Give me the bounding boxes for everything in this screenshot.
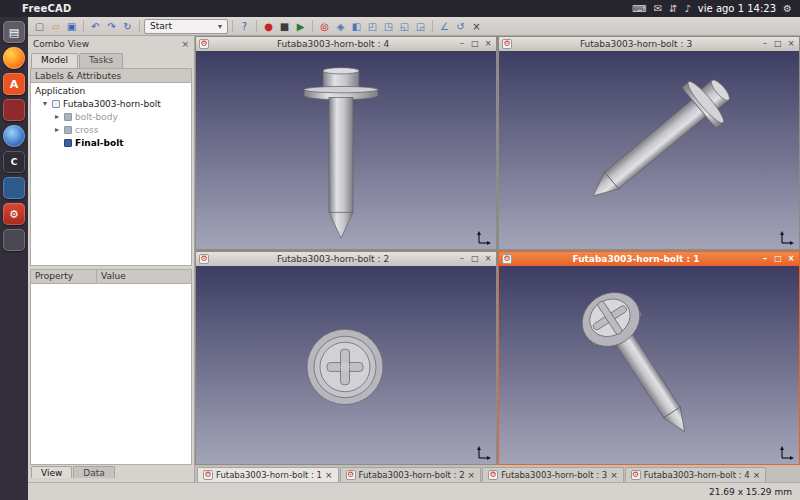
keyboard-indicator-icon[interactable]: ⌨: [632, 0, 646, 17]
combo-view-panel: Combo View × Model Tasks Labels & Attrib…: [28, 36, 195, 482]
doc-tab-4[interactable]: ⚙ Futaba3003-horn-bolt : 4 ×: [625, 467, 767, 482]
maximize-icon[interactable]: □: [470, 38, 480, 50]
view-bottom-icon[interactable]: ◲: [413, 19, 428, 34]
freecad-icon: ⚙: [488, 470, 498, 480]
viewport-titlebar[interactable]: ⚙ Futaba3003-horn-bolt : 1 – □ ×: [499, 252, 799, 266]
unity-launcher: ▤ A C ⚙: [0, 17, 28, 500]
tab-close-icon[interactable]: ×: [468, 470, 476, 480]
launcher-item-freecad-icon[interactable]: ⚙: [3, 203, 25, 225]
network-indicator-icon[interactable]: ⇵: [669, 0, 677, 17]
doc-tab-label: Futaba3003-horn-bolt : 2: [359, 470, 465, 480]
doc-tab-2[interactable]: ⚙ Futaba3003-horn-bolt : 2 ×: [340, 467, 482, 482]
macro-execute-icon[interactable]: ▶: [293, 19, 308, 34]
viewport-window-3: ⚙ Futaba3003-horn-bolt : 3 – □ ×: [498, 36, 800, 250]
viewport-titlebar[interactable]: ⚙ Futaba3003-horn-bolt : 2 – □ ×: [196, 252, 496, 266]
viewport-3d-canvas[interactable]: [196, 51, 496, 249]
expander-expanded-icon[interactable]: ▾: [41, 99, 49, 108]
undo-icon[interactable]: ↶: [88, 19, 103, 34]
clock[interactable]: vie ago 1 14:23: [698, 3, 776, 14]
maximize-icon[interactable]: □: [773, 253, 783, 265]
viewport-3d-canvas[interactable]: [499, 51, 799, 249]
view-fit-icon[interactable]: ◎: [317, 19, 332, 34]
launcher-item-media-icon[interactable]: [3, 99, 25, 121]
status-bar: 21.69 x 15.29 mm: [28, 482, 800, 500]
freecad-icon: ⚙: [502, 254, 512, 264]
tab-model[interactable]: Model: [31, 53, 78, 68]
doc-tab-1[interactable]: ⚙ Futaba3003-horn-bolt : 1 ×: [197, 467, 339, 482]
launcher-item-firefox-icon[interactable]: [3, 47, 25, 69]
close-icon[interactable]: ×: [483, 253, 493, 265]
close-icon[interactable]: ×: [786, 38, 796, 50]
launcher-item-terminal-icon[interactable]: C: [3, 151, 25, 173]
freecad-icon: ⚙: [346, 470, 356, 480]
launcher-item-editor-icon[interactable]: A: [3, 73, 25, 95]
viewport-window-1: ⚙ Futaba3003-horn-bolt : 1 – □ ×: [498, 251, 800, 465]
expander-collapsed-icon[interactable]: ▸: [53, 112, 61, 121]
tab-close-icon[interactable]: ×: [753, 470, 761, 480]
toolbar-separator: [232, 20, 233, 32]
view-top-icon[interactable]: ◰: [365, 19, 380, 34]
tree-item-cross[interactable]: ▸ cross: [31, 123, 191, 136]
tree-item-document[interactable]: ▾ Futaba3003-horn-bolt: [31, 97, 191, 110]
rotate-left-icon[interactable]: ↺: [453, 19, 468, 34]
view-front-icon[interactable]: ◧: [349, 19, 364, 34]
axis-indicator-icon: [477, 446, 491, 460]
viewport-3d-canvas[interactable]: [196, 266, 496, 464]
mdi-column: ⚙ Futaba3003-horn-bolt : 4 – □ ×: [195, 36, 800, 482]
minimize-icon[interactable]: –: [760, 38, 770, 50]
toolbar: ▢ ▱ ▣ ↶ ↷ ↻ Start ▾ ? ● ■ ▶ ◎: [28, 17, 800, 36]
maximize-icon[interactable]: □: [773, 38, 783, 50]
viewport-title: Futaba3003-horn-bolt : 3: [515, 39, 757, 49]
minimize-icon[interactable]: –: [457, 253, 467, 265]
folder-open-icon[interactable]: ▱: [48, 19, 63, 34]
tab-close-icon[interactable]: ×: [325, 470, 333, 480]
sound-indicator-icon[interactable]: ♪: [684, 0, 690, 17]
tab-close-icon[interactable]: ×: [610, 470, 618, 480]
expander-collapsed-icon[interactable]: ▸: [53, 125, 61, 134]
workbench-selector[interactable]: Start ▾: [144, 19, 228, 34]
session-menu-icon[interactable]: ⚙: [783, 0, 792, 17]
file-new-icon[interactable]: ▢: [32, 19, 47, 34]
close-view-icon[interactable]: ×: [469, 19, 484, 34]
launcher-item-browser-icon[interactable]: [3, 125, 25, 147]
doc-tab-label: Futaba3003-horn-bolt : 1: [216, 470, 322, 480]
toolbar-separator: [83, 20, 84, 32]
refresh-icon[interactable]: ↻: [120, 19, 135, 34]
launcher-item-ide-icon[interactable]: [3, 177, 25, 199]
measure-icon[interactable]: ∠: [437, 19, 452, 34]
minimize-icon[interactable]: –: [760, 253, 770, 265]
view-right-icon[interactable]: ◳: [381, 19, 396, 34]
close-icon[interactable]: ×: [483, 38, 493, 50]
dock-close-icon[interactable]: ×: [181, 39, 189, 49]
launcher-item-utility-icon[interactable]: [3, 229, 25, 251]
macro-stop-icon[interactable]: ■: [277, 19, 292, 34]
tab-data[interactable]: Data: [73, 466, 115, 478]
axis-indicator-icon: [780, 446, 794, 460]
bolt-iso-view: [499, 51, 799, 249]
viewport-titlebar[interactable]: ⚙ Futaba3003-horn-bolt : 4 – □ ×: [196, 37, 496, 51]
mdi-area: ⚙ Futaba3003-horn-bolt : 4 – □ ×: [195, 36, 800, 465]
tree-root-application[interactable]: Application: [31, 84, 191, 97]
message-indicator-icon[interactable]: ✉: [654, 0, 662, 17]
dimensions-readout: 21.69 x 15.29 mm: [709, 487, 792, 497]
tab-tasks[interactable]: Tasks: [79, 53, 123, 68]
bolt-front-view: [196, 51, 496, 249]
tree-item-final-bolt[interactable]: Final-bolt: [31, 136, 191, 149]
viewport-3d-canvas[interactable]: [499, 266, 799, 464]
redo-icon[interactable]: ↷: [104, 19, 119, 34]
view-rear-icon[interactable]: ◱: [397, 19, 412, 34]
macro-record-icon[interactable]: ●: [261, 19, 276, 34]
minimize-icon[interactable]: –: [457, 38, 467, 50]
close-icon[interactable]: ×: [786, 253, 796, 265]
save-icon[interactable]: ▣: [64, 19, 79, 34]
tree-item-bolt-body[interactable]: ▸ bolt-body: [31, 110, 191, 123]
view-axonometric-icon[interactable]: ◈: [333, 19, 348, 34]
combo-view-tabs: Model Tasks: [28, 51, 194, 68]
toolbar-separator: [432, 20, 433, 32]
launcher-item-files-icon[interactable]: ▤: [3, 21, 25, 43]
viewport-titlebar[interactable]: ⚙ Futaba3003-horn-bolt : 3 – □ ×: [499, 37, 799, 51]
tab-view[interactable]: View: [31, 466, 72, 478]
doc-tab-3[interactable]: ⚙ Futaba3003-horn-bolt : 3 ×: [482, 467, 624, 482]
whatsthis-icon[interactable]: ?: [237, 19, 252, 34]
maximize-icon[interactable]: □: [470, 253, 480, 265]
